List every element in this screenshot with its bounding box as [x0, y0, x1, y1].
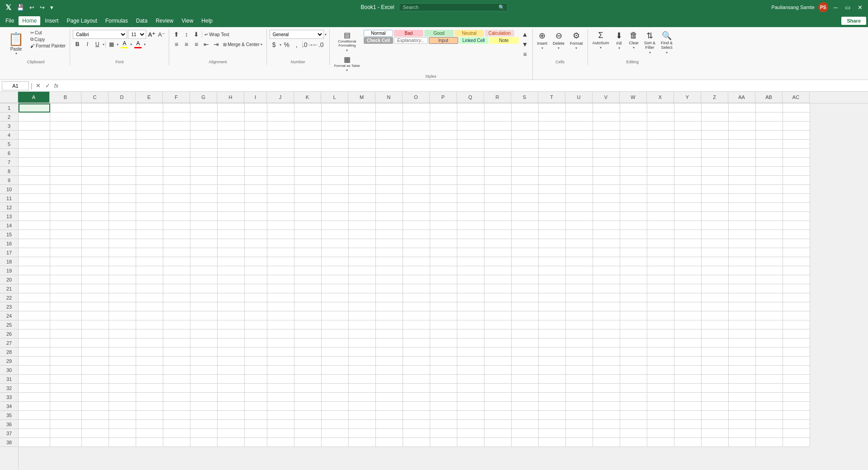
cell-N19[interactable] [376, 266, 403, 275]
cell-AA37[interactable] [729, 429, 756, 438]
cell-W21[interactable] [620, 284, 647, 293]
row-num-31[interactable]: 31 [0, 375, 18, 384]
cell-V4[interactable] [593, 131, 620, 140]
cell-R2[interactable] [484, 113, 512, 122]
cell-C38[interactable] [82, 438, 109, 447]
cell-O12[interactable] [403, 203, 430, 212]
cell-X9[interactable] [647, 176, 674, 185]
cell-X12[interactable] [647, 203, 674, 212]
format-table-dropdown[interactable]: ▾ [346, 68, 348, 72]
row-num-4[interactable]: 4 [0, 131, 18, 140]
col-header-K[interactable]: K [294, 92, 321, 103]
cell-F13[interactable] [163, 212, 190, 221]
cell-R28[interactable] [484, 348, 512, 357]
cell-G2[interactable] [190, 113, 218, 122]
cell-K14[interactable] [294, 221, 322, 230]
row-num-27[interactable]: 27 [0, 338, 18, 348]
cell-N23[interactable] [376, 302, 403, 311]
restore-icon[interactable]: ▭ [843, 3, 852, 12]
cell-AC20[interactable] [783, 275, 810, 284]
cell-D30[interactable] [109, 366, 136, 375]
cell-V5[interactable] [593, 140, 620, 149]
row-num-2[interactable]: 2 [0, 113, 18, 122]
cell-L10[interactable] [322, 185, 349, 194]
cell-I35[interactable] [245, 411, 267, 420]
cell-AC21[interactable] [783, 284, 810, 293]
cell-G4[interactable] [190, 131, 218, 140]
cell-I1[interactable] [245, 103, 267, 113]
cell-V37[interactable] [593, 429, 620, 438]
cell-H10[interactable] [218, 185, 245, 194]
cell-X38[interactable] [647, 438, 674, 447]
row-num-3[interactable]: 3 [0, 122, 18, 131]
cell-Z22[interactable] [702, 293, 729, 302]
cell-U21[interactable] [566, 284, 593, 293]
cell-D21[interactable] [109, 284, 136, 293]
cell-X27[interactable] [647, 338, 674, 348]
cell-Y7[interactable] [674, 158, 702, 167]
cell-Y14[interactable] [674, 221, 702, 230]
cell-Q3[interactable] [457, 122, 484, 131]
cell-I21[interactable] [245, 284, 267, 293]
cell-M12[interactable] [349, 203, 376, 212]
cell-S25[interactable] [512, 320, 539, 329]
cell-R18[interactable] [484, 257, 512, 266]
cell-Q10[interactable] [457, 185, 484, 194]
cell-AA23[interactable] [729, 302, 756, 311]
cell-P38[interactable] [430, 438, 457, 447]
cell-F22[interactable] [163, 293, 190, 302]
cell-M33[interactable] [349, 393, 376, 402]
cell-X1[interactable] [647, 103, 674, 113]
cell-K10[interactable] [294, 185, 322, 194]
cell-S19[interactable] [512, 266, 539, 275]
cell-AC10[interactable] [783, 185, 810, 194]
cell-O21[interactable] [403, 284, 430, 293]
accounting-format-button[interactable]: $ [270, 40, 279, 49]
cell-L4[interactable] [322, 131, 349, 140]
cell-X28[interactable] [647, 348, 674, 357]
row-num-37[interactable]: 37 [0, 429, 18, 438]
cell-B18[interactable] [50, 257, 82, 266]
cell-U7[interactable] [566, 158, 593, 167]
cell-G26[interactable] [190, 329, 218, 338]
cell-R23[interactable] [484, 302, 512, 311]
cell-AB10[interactable] [756, 185, 783, 194]
cell-J27[interactable] [267, 338, 294, 348]
cell-M3[interactable] [349, 122, 376, 131]
cell-E29[interactable] [136, 357, 163, 366]
col-header-M[interactable]: M [348, 92, 375, 103]
cell-V25[interactable] [593, 320, 620, 329]
cell-I3[interactable] [245, 122, 267, 131]
cell-A3[interactable] [19, 122, 50, 131]
cell-Y13[interactable] [674, 212, 702, 221]
cell-E31[interactable] [136, 375, 163, 384]
cell-N17[interactable] [376, 248, 403, 257]
cell-F21[interactable] [163, 284, 190, 293]
cell-D18[interactable] [109, 257, 136, 266]
cell-B23[interactable] [50, 302, 82, 311]
cell-I15[interactable] [245, 230, 267, 239]
cell-X20[interactable] [647, 275, 674, 284]
cell-B1[interactable] [50, 103, 82, 113]
cell-D24[interactable] [109, 311, 136, 320]
cell-T2[interactable] [539, 113, 566, 122]
cell-C11[interactable] [82, 194, 109, 203]
cell-W6[interactable] [620, 149, 647, 158]
cell-N26[interactable] [376, 329, 403, 338]
cell-D8[interactable] [109, 167, 136, 176]
cell-E26[interactable] [136, 329, 163, 338]
cell-AA7[interactable] [729, 158, 756, 167]
cell-Y20[interactable] [674, 275, 702, 284]
cell-S33[interactable] [512, 393, 539, 402]
cell-P10[interactable] [430, 185, 457, 194]
cell-Y25[interactable] [674, 320, 702, 329]
italic-button[interactable]: I [83, 40, 92, 49]
cell-E30[interactable] [136, 366, 163, 375]
cell-AB36[interactable] [756, 420, 783, 429]
cell-V22[interactable] [593, 293, 620, 302]
cell-L19[interactable] [322, 266, 349, 275]
cell-Q23[interactable] [457, 302, 484, 311]
cell-Q5[interactable] [457, 140, 484, 149]
cell-D2[interactable] [109, 113, 136, 122]
cell-L16[interactable] [322, 239, 349, 248]
